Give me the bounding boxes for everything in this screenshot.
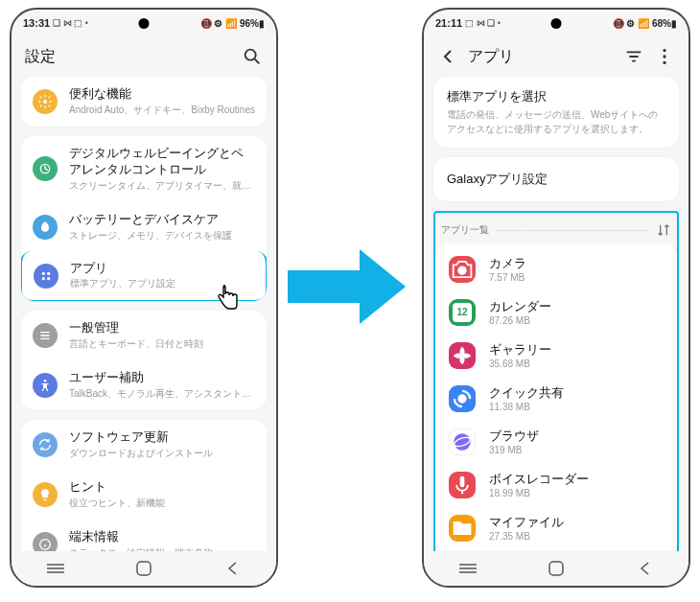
title-bar: アプリ: [424, 36, 688, 77]
svg-point-6: [42, 277, 45, 280]
app-size: 11.38 MB: [489, 402, 564, 412]
svg-point-27: [454, 433, 470, 450]
app-item-calendar[interactable]: 12 カレンダー87.26 MB: [435, 290, 677, 334]
title-bar: 設定: [12, 36, 276, 77]
app-item-gallery[interactable]: ギャラリー35.68 MB: [435, 334, 677, 377]
nav-recent[interactable]: [449, 563, 487, 574]
settings-item-tips[interactable]: ヒント 役立つヒント、新機能: [21, 470, 267, 520]
update-icon: [33, 432, 58, 457]
page-title: 設定: [25, 47, 232, 67]
svg-point-0: [245, 50, 256, 60]
default-apps-sub: 電話の発信、メッセージの送信、Webサイトへのアクセスなどに使用するアプリを選択…: [433, 107, 679, 148]
app-name: マイファイル: [489, 514, 564, 531]
share-icon: [449, 385, 476, 412]
settings-item-useful[interactable]: 便利な機能 Android Auto、サイドキー、Bixby Routines: [21, 77, 267, 127]
sort-icon[interactable]: [656, 222, 671, 238]
accessibility-icon: [33, 373, 58, 398]
apps-scroll[interactable]: 標準アプリを選択 電話の発信、メッセージの送信、Webサイトへのアクセスなどに使…: [424, 77, 688, 551]
galaxy-app-settings[interactable]: Galaxyアプリ設定: [433, 157, 679, 201]
app-item-voice[interactable]: ボイスレコーダー18.99 MB: [435, 463, 677, 506]
item-title: ユーザー補助: [69, 370, 255, 386]
nav-home[interactable]: [125, 561, 163, 576]
camera-hole: [551, 18, 562, 29]
svg-point-23: [663, 55, 665, 58]
gallery-icon: [449, 342, 476, 369]
item-sub: Android Auto、サイドキー、Bixby Routines: [69, 104, 255, 117]
page-title: アプリ: [468, 47, 614, 67]
svg-point-4: [42, 271, 45, 274]
app-list-label: アプリ一覧: [441, 223, 489, 237]
item-sub: スクリーンタイム、アプリタイマー、就寝モード: [69, 179, 255, 193]
settings-item-battery[interactable]: バッテリーとデバイスケア ストレージ、メモリ、デバイスを保護: [21, 202, 267, 252]
settings-item-general[interactable]: 一般管理 言語とキーボード、日付と時刻: [21, 311, 267, 360]
arrow-right-icon: [288, 249, 412, 324]
back-button[interactable]: [437, 46, 458, 67]
status-left-icons: ❏ ⋈ ⬚ •: [53, 18, 88, 28]
svg-point-26: [459, 395, 466, 402]
svg-point-24: [663, 61, 665, 64]
more-icon[interactable]: [654, 46, 675, 67]
voice-icon: [449, 472, 476, 498]
app-list: カメラ7.57 MB 12 カレンダー87.26 MB ギャラリー35.68 M…: [435, 243, 677, 551]
app-item-myfiles[interactable]: マイファイル27.35 MB: [435, 506, 677, 549]
status-left-icons: ⬚ ⋈ ❏ •: [465, 18, 501, 28]
app-item-quickshare[interactable]: クイック共有11.38 MB: [435, 377, 677, 420]
files-icon: [449, 515, 476, 542]
svg-point-7: [47, 277, 50, 280]
default-apps-title[interactable]: 標準アプリを選択: [433, 77, 679, 107]
app-item-browser[interactable]: ブラウザ319 MB: [435, 420, 677, 463]
item-sub: TalkBack、モノラル再生、アシスタントメニュー: [69, 387, 255, 401]
item-title: デジタルウェルビーイングとペアレンタルコントロール: [69, 146, 255, 178]
status-right-icons: 📵 ⚙ 📶 68%▮: [613, 18, 677, 29]
app-list-header: アプリ一覧: [435, 215, 677, 243]
item-sub: ダウンロードおよびインストール: [69, 447, 255, 460]
svg-point-25: [457, 266, 466, 274]
svg-line-1: [255, 59, 260, 64]
app-size: 87.26 MB: [489, 315, 551, 326]
app-name: クイック共有: [489, 384, 564, 402]
nav-recent[interactable]: [36, 563, 75, 574]
tips-icon: [33, 482, 58, 507]
svg-point-2: [43, 100, 47, 104]
status-time: 21:11: [435, 17, 462, 29]
item-sub: 役立つヒント、新機能: [69, 497, 255, 510]
item-title: 端末情報: [69, 529, 255, 545]
nav-home[interactable]: [537, 561, 575, 576]
settings-item-update[interactable]: ソフトウェア更新 ダウンロードおよびインストール: [21, 420, 267, 470]
app-item-camera[interactable]: カメラ7.57 MB: [435, 247, 677, 290]
apps-icon: [34, 264, 58, 289]
item-title: ヒント: [69, 479, 255, 496]
nav-bar: [12, 551, 276, 586]
app-size: 7.57 MB: [489, 272, 526, 283]
svg-rect-33: [549, 562, 563, 575]
settings-item-accessibility[interactable]: ユーザー補助 TalkBack、モノラル再生、アシスタントメニュー: [21, 360, 267, 410]
browser-icon: [449, 428, 476, 455]
filter-icon[interactable]: [623, 46, 644, 67]
item-title: 一般管理: [69, 320, 255, 336]
app-name: カメラ: [489, 255, 526, 272]
nav-back[interactable]: [625, 561, 664, 576]
settings-item-wellbeing[interactable]: デジタルウェルビーイングとペアレンタルコントロール スクリーンタイム、アプリタイ…: [21, 136, 267, 202]
svg-rect-29: [460, 475, 465, 487]
settings-item-about[interactable]: 端末情報 ステータス、法定情報、端末名称: [21, 520, 267, 551]
camera-hole: [139, 18, 150, 29]
status-time: 13:31: [23, 17, 50, 29]
svg-point-11: [44, 380, 47, 382]
svg-point-22: [663, 49, 665, 52]
wellbeing-icon: [33, 156, 58, 181]
cursor-hand-icon: [213, 282, 244, 316]
app-size: 18.99 MB: [489, 488, 589, 498]
app-size: 27.35 MB: [489, 531, 564, 542]
app-list-highlight: アプリ一覧 カメラ7.57 MB 12 カレンダー87.26 MB ギャラリー3…: [433, 211, 679, 551]
nav-bar: [424, 551, 688, 586]
general-icon: [33, 323, 58, 348]
svg-point-5: [47, 271, 50, 274]
item-sub: ストレージ、メモリ、デバイスを保護: [69, 229, 255, 243]
search-icon[interactable]: [242, 46, 263, 67]
app-name: ボイスレコーダー: [489, 471, 589, 488]
calendar-icon: 12: [449, 299, 476, 326]
gear-plus-icon: [33, 89, 58, 114]
item-title: ソフトウェア更新: [69, 429, 255, 446]
item-title: バッテリーとデバイスケア: [69, 212, 255, 228]
nav-back[interactable]: [213, 561, 251, 576]
